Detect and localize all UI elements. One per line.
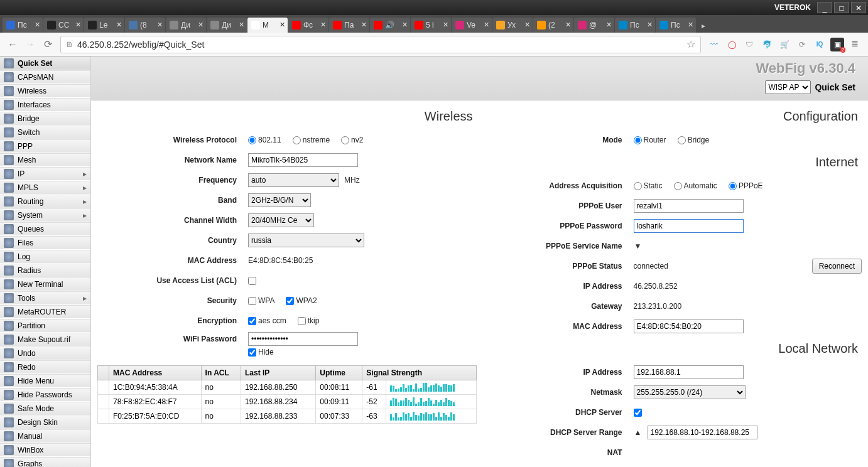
th-ip[interactable]: Last IP — [241, 366, 315, 380]
sidebar-item[interactable]: Interfaces — [0, 98, 90, 112]
enc-tkip[interactable]: tkip — [298, 316, 320, 325]
sidebar-item[interactable]: Hide Menu — [0, 374, 90, 388]
sidebar-item[interactable]: Partition — [0, 319, 90, 333]
tab-close-icon[interactable]: ✕ — [688, 21, 693, 29]
dhcp-checkbox[interactable] — [634, 409, 642, 417]
acq-static[interactable]: Static — [634, 181, 663, 190]
th-acl[interactable]: In ACL — [201, 366, 241, 380]
th-uptime[interactable]: Uptime — [316, 366, 362, 380]
browser-tab[interactable]: Пс✕ — [615, 18, 655, 33]
browser-tab[interactable]: 5 і✕ — [411, 18, 451, 33]
tab-close-icon[interactable]: ✕ — [361, 21, 367, 29]
minimize-icon[interactable]: _ — [817, 2, 832, 13]
tab-close-icon[interactable]: ✕ — [198, 21, 203, 29]
sidebar-item[interactable]: Routing▸ — [0, 195, 90, 208]
browser-tab[interactable]: 🔊✕ — [370, 18, 410, 33]
sidebar-item[interactable]: New Terminal — [0, 277, 90, 291]
sidebar-item[interactable]: Quick Set — [0, 56, 90, 70]
sync-icon[interactable]: ⟳ — [795, 38, 809, 51]
back-icon[interactable]: ← — [4, 36, 21, 53]
ext-icon[interactable]: 〰 — [707, 38, 721, 51]
sidebar-item[interactable]: CAPsMAN — [0, 70, 90, 84]
reload-icon[interactable]: ⟳ — [39, 36, 57, 53]
url-input[interactable] — [77, 40, 686, 50]
sidebar-item[interactable]: Radius — [0, 264, 90, 277]
forward-icon[interactable]: → — [21, 36, 39, 53]
tab-close-icon[interactable]: ✕ — [116, 21, 122, 29]
pppoe-user-input[interactable] — [634, 199, 744, 213]
security-wpa2[interactable]: WPA2 — [286, 296, 317, 305]
tab-close-icon[interactable]: ✕ — [279, 21, 285, 29]
sidebar-item[interactable]: Switch — [0, 126, 90, 139]
browser-tab[interactable]: Ди✕ — [207, 18, 247, 33]
close-icon[interactable]: ✕ — [851, 2, 866, 13]
table-row[interactable]: F0:25:B7:5A:E0:CDno192.168.88.23300:07:3… — [98, 409, 477, 424]
browser-tab[interactable]: Ух✕ — [492, 18, 533, 33]
sidebar-item[interactable]: Manual — [0, 429, 90, 443]
wifi-password-input[interactable] — [248, 332, 358, 346]
sidebar-item[interactable]: Graphs — [0, 457, 90, 467]
sidebar-item[interactable]: Log — [0, 250, 90, 264]
browser-tab[interactable]: Пс✕ — [656, 18, 696, 33]
sidebar-item[interactable]: Mesh — [0, 153, 90, 167]
quickset-mode-select[interactable]: WISP AP — [765, 80, 811, 94]
sidebar-item[interactable]: IP▸ — [0, 167, 90, 181]
mode-router[interactable]: Router — [634, 136, 666, 144]
browser-tab[interactable]: Па✕ — [329, 18, 369, 33]
country-select[interactable]: russia — [248, 234, 364, 247]
th-signal[interactable]: Signal Strength — [362, 366, 476, 380]
channel-width-select[interactable]: 20/40MHz Ce — [248, 213, 314, 227]
maximize-icon[interactable]: □ — [834, 2, 849, 13]
sidebar-item[interactable]: Undo — [0, 346, 90, 360]
network-name-input[interactable] — [248, 153, 358, 167]
iq-icon[interactable]: IQ — [813, 38, 827, 51]
tab-close-icon[interactable]: ✕ — [524, 21, 530, 29]
browser-tab[interactable]: (8✕ — [125, 18, 165, 33]
tab-close-icon[interactable]: ✕ — [606, 21, 612, 29]
bookmark-star-icon[interactable]: ☆ — [686, 38, 695, 50]
sidebar-item[interactable]: Wireless — [0, 84, 90, 98]
sidebar-item[interactable]: Redo — [0, 360, 90, 374]
browser-tab[interactable]: Ди✕ — [166, 18, 206, 33]
band-select[interactable]: 2GHz-B/G/N — [248, 193, 311, 207]
sidebar-item[interactable]: Make Supout.rif — [0, 333, 90, 346]
sidebar-item[interactable]: System▸ — [0, 208, 90, 222]
expand-icon[interactable]: ▼ — [634, 242, 643, 250]
browser-tab[interactable]: Фс✕ — [288, 18, 328, 33]
tab-close-icon[interactable]: ✕ — [320, 21, 326, 29]
tab-close-icon[interactable]: ✕ — [443, 21, 448, 29]
table-row[interactable]: 78:F8:82:EC:48:F7no192.168.88.23400:09:1… — [98, 395, 477, 409]
hide-password-checkbox[interactable]: Hide — [248, 348, 274, 357]
acq-pppoe[interactable]: PPPoE — [729, 181, 763, 190]
proto-80211[interactable]: 802.11 — [248, 136, 281, 144]
sidebar-item[interactable]: Files — [0, 236, 90, 250]
lan-ip-input[interactable] — [634, 365, 744, 379]
frequency-select[interactable]: auto — [248, 173, 339, 187]
proto-nstreme[interactable]: nstreme — [293, 136, 330, 144]
cart-icon[interactable]: 🛒 — [778, 38, 791, 51]
sidebar-item[interactable]: PPP — [0, 139, 90, 153]
sidebar-item[interactable]: MPLS▸ — [0, 181, 90, 195]
tab-close-icon[interactable]: ✕ — [75, 21, 81, 29]
netmask-select[interactable]: 255.255.255.0 (/24) — [634, 385, 746, 399]
sidebar-item[interactable]: Design Skin — [0, 416, 90, 429]
tab-close-icon[interactable]: ✕ — [647, 21, 653, 29]
dhcp-range-input[interactable] — [648, 426, 757, 439]
opera-icon[interactable]: ◯ — [725, 38, 739, 51]
sidebar-item[interactable]: WinBox — [0, 443, 90, 457]
sidebar-item[interactable]: MetaROUTER — [0, 305, 90, 319]
tab-close-icon[interactable]: ✕ — [35, 21, 40, 29]
shield-icon[interactable]: 🛡 — [742, 38, 756, 51]
new-tab-icon[interactable]: ▸ — [697, 19, 710, 33]
browser-tab[interactable]: @✕ — [574, 18, 614, 33]
sidebar-item[interactable]: Safe Mode — [0, 402, 90, 416]
th-mac[interactable]: MAC Address — [109, 366, 202, 380]
wan-mac-input[interactable] — [634, 319, 744, 333]
browser-tab[interactable]: (2✕ — [533, 18, 573, 33]
mode-bridge[interactable]: Bridge — [678, 136, 710, 144]
sidebar-item[interactable]: Tools▸ — [0, 291, 90, 305]
tab-close-icon[interactable]: ✕ — [565, 21, 571, 29]
browser-tab[interactable]: Le✕ — [84, 18, 124, 33]
browser-tab[interactable]: М✕ — [247, 18, 288, 33]
acl-checkbox[interactable] — [248, 277, 256, 285]
